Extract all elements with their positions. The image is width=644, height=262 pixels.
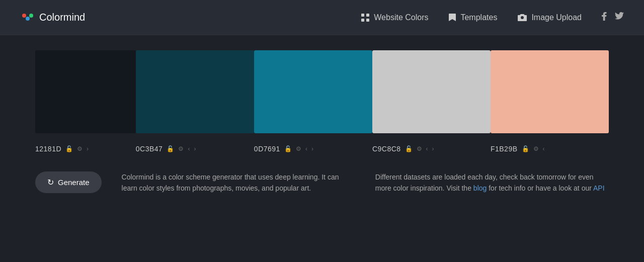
arrow-right-icon-0[interactable]: ›	[86, 144, 90, 153]
color-controls-4: 🔓 ⚙ ‹	[521, 144, 546, 153]
grid-icon	[361, 13, 370, 22]
description-right-middle: for tech info or have a look at our	[487, 184, 593, 192]
color-info-4: F1B29B 🔓 ⚙ ‹	[491, 141, 609, 156]
camera-icon	[517, 14, 527, 22]
description-left-text: Colormind is a color scheme generator th…	[122, 171, 355, 194]
arrow-right-icon-1[interactable]: ›	[193, 144, 197, 153]
swatch-1[interactable]	[136, 50, 254, 133]
lock-icon-2[interactable]: 🔓	[283, 144, 293, 153]
bookmark-icon	[448, 13, 456, 22]
nav-templates-label: Templates	[460, 13, 497, 22]
facebook-icon[interactable]	[602, 12, 607, 23]
api-link[interactable]: API	[593, 184, 605, 192]
color-hex-2: 0D7691	[254, 145, 280, 153]
nav-website-colors[interactable]: Website Colors	[361, 13, 428, 22]
swatch-0[interactable]	[35, 50, 136, 133]
color-controls-1: 🔓 ⚙ ‹ ›	[166, 144, 197, 153]
arrow-left-icon-2[interactable]: ‹	[304, 144, 308, 153]
bottom-section: ↻ Generate Colormind is a color scheme g…	[35, 171, 609, 194]
nav-image-upload-label: Image Upload	[531, 13, 582, 22]
blog-link[interactable]: blog	[473, 184, 487, 192]
color-controls-3: 🔓 ⚙ ‹ ›	[404, 144, 435, 153]
color-info-row: 12181D 🔓 ⚙ › 0C3B47 🔓 ⚙ ‹ › 0D7691 🔓 ⚙ ‹	[35, 141, 609, 156]
color-info-0: 12181D 🔓 ⚙ ›	[35, 141, 136, 156]
twitter-icon[interactable]	[615, 12, 624, 23]
description-right-text: Different datasets are loaded each day, …	[375, 171, 609, 194]
svg-rect-5	[361, 19, 364, 22]
main-content: 12181D 🔓 ⚙ › 0C3B47 🔓 ⚙ ‹ › 0D7691 🔓 ⚙ ‹	[0, 35, 644, 204]
generate-button[interactable]: ↻ Generate	[35, 171, 102, 193]
palette	[35, 50, 609, 133]
color-controls-0: 🔓 ⚙ ›	[64, 144, 90, 153]
main-nav: Website Colors Templates Image Upload	[361, 13, 582, 22]
sliders-icon-0[interactable]: ⚙	[76, 144, 84, 153]
refresh-icon: ↻	[47, 178, 54, 187]
color-hex-4: F1B29B	[491, 145, 518, 153]
nav-templates[interactable]: Templates	[448, 13, 497, 22]
arrow-left-icon-4[interactable]: ‹	[542, 144, 546, 153]
svg-rect-4	[366, 14, 369, 17]
arrow-left-icon-3[interactable]: ‹	[425, 144, 429, 153]
color-controls-2: 🔓 ⚙ ‹ ›	[283, 144, 314, 153]
description-right: Different datasets are loaded each day, …	[375, 171, 609, 194]
color-hex-3: C9C8C8	[372, 145, 401, 153]
arrow-right-icon-3[interactable]: ›	[431, 144, 435, 153]
sliders-icon-4[interactable]: ⚙	[532, 144, 540, 153]
nav-website-colors-label: Website Colors	[374, 13, 428, 22]
svg-rect-3	[361, 14, 364, 17]
svg-point-2	[29, 14, 33, 18]
svg-rect-6	[366, 19, 369, 22]
color-hex-1: 0C3B47	[136, 145, 163, 153]
generate-label: Generate	[58, 178, 90, 187]
arrow-left-icon-1[interactable]: ‹	[187, 144, 191, 153]
logo-area[interactable]: Colormind	[20, 11, 85, 25]
lock-icon-3[interactable]: 🔓	[404, 144, 414, 153]
sliders-icon-3[interactable]: ⚙	[416, 144, 423, 153]
social-icons	[602, 12, 624, 23]
color-hex-0: 12181D	[35, 145, 61, 153]
lock-icon-0[interactable]: 🔓	[64, 144, 74, 153]
logo-text: Colormind	[39, 12, 85, 23]
description-left: Colormind is a color scheme generator th…	[122, 171, 355, 194]
color-info-1: 0C3B47 🔓 ⚙ ‹ ›	[136, 141, 254, 156]
sliders-icon-1[interactable]: ⚙	[177, 144, 185, 153]
logo-icon	[20, 11, 34, 25]
swatch-4[interactable]	[491, 50, 609, 133]
swatch-3[interactable]	[372, 50, 491, 133]
svg-point-0	[22, 14, 26, 18]
swatch-2[interactable]	[254, 50, 372, 133]
lock-icon-1[interactable]: 🔓	[166, 144, 175, 153]
svg-point-1	[26, 17, 30, 21]
color-info-2: 0D7691 🔓 ⚙ ‹ ›	[254, 141, 372, 156]
arrow-right-icon-2[interactable]: ›	[310, 144, 314, 153]
nav-image-upload[interactable]: Image Upload	[517, 13, 582, 22]
color-info-3: C9C8C8 🔓 ⚙ ‹ ›	[372, 141, 491, 156]
sliders-icon-2[interactable]: ⚙	[295, 144, 302, 153]
lock-icon-4[interactable]: 🔓	[521, 144, 530, 153]
